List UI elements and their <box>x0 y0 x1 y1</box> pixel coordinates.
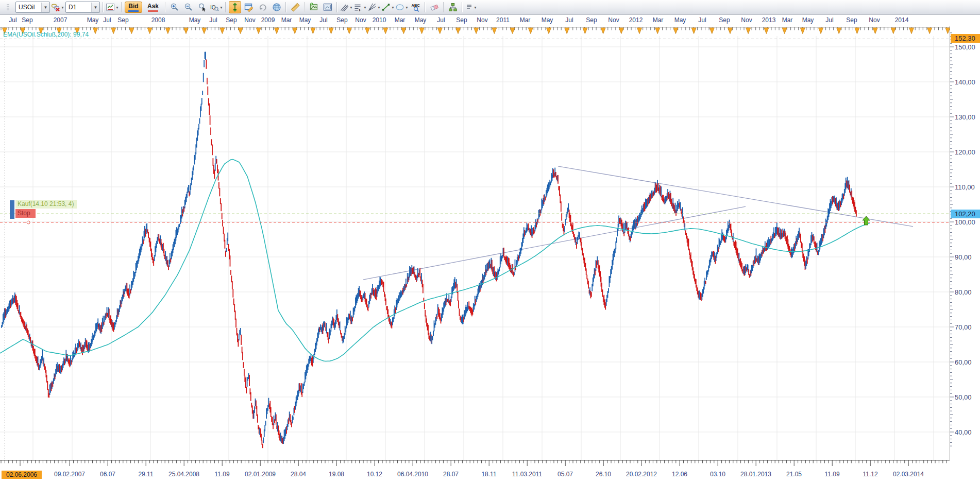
chevron-down-icon[interactable]: ▼ <box>115 6 119 9</box>
zoom-interval-button[interactable]: IQ▼ <box>210 1 223 13</box>
eraser-button[interactable] <box>428 1 441 13</box>
chevron-down-icon[interactable]: ▼ <box>219 6 223 9</box>
top-axis-label: Mar <box>395 16 405 24</box>
top-axis-label: 2014 <box>895 16 909 24</box>
grip-icon <box>5 2 10 12</box>
fibonacci-tool-button[interactable]: F▼ <box>354 1 366 13</box>
list-menu-button[interactable]: ▼ <box>465 1 478 13</box>
bottom-axis-label: 11.09 <box>824 471 839 478</box>
bottom-axis-label: 20.02.2012 <box>626 471 657 478</box>
abc-search-icon: ABC <box>411 3 420 12</box>
top-axis-label: Sep <box>226 16 236 24</box>
chart-canvas[interactable]: EMA(USOil.Schluß,200): 99,74 Kauf(14.10 … <box>0 26 950 460</box>
chevron-down-icon[interactable]: ▼ <box>363 6 367 9</box>
price-tick-label: 40,00 <box>955 428 972 436</box>
zoom-in-button[interactable] <box>168 1 181 13</box>
session-high-marker: 152,30 <box>951 34 980 43</box>
bottom-axis-label: 19.08 <box>329 471 344 478</box>
share-icon <box>258 3 267 12</box>
top-axis-label: Mar <box>653 16 664 24</box>
toolbar-separator <box>425 2 426 12</box>
chevron-down-icon[interactable]: ▼ <box>377 6 381 9</box>
bottom-axis-label: 12.06 <box>672 471 687 478</box>
bottom-axis-label: 02.03.2014 <box>893 471 924 478</box>
object-tree-button[interactable] <box>447 1 459 13</box>
toolbar-separator <box>225 2 226 12</box>
share-chart-button[interactable] <box>257 1 269 13</box>
eraser-icon <box>430 3 439 12</box>
ruler-button[interactable] <box>289 1 301 13</box>
price-tick-label: 100,00 <box>955 218 975 226</box>
timeframe-select[interactable]: D1▼ <box>65 2 100 13</box>
price-tick-label: 110,00 <box>955 183 975 191</box>
chevron-down-icon[interactable]: ▼ <box>349 6 353 9</box>
chevron-down-icon[interactable]: ▼ <box>474 6 477 9</box>
top-axis-label: Mar <box>281 16 292 24</box>
chevron-down-icon[interactable]: ▼ <box>91 3 99 12</box>
pitchfork-tool-button[interactable]: ▼ <box>340 1 352 13</box>
top-axis-label: Nov <box>477 16 487 24</box>
timeframe-select-value: D1 <box>69 4 91 11</box>
zoom-in-icon <box>170 3 179 12</box>
trendline-tool-button[interactable]: ▼ <box>382 1 394 13</box>
cursor-tracking-button[interactable] <box>229 1 241 13</box>
toolbar-separator <box>285 2 286 12</box>
bottom-axis-label: 11.09 <box>214 471 229 478</box>
image-frame-icon <box>323 3 332 12</box>
bottom-axis-label: 06.04.2010 <box>397 471 428 478</box>
price-tick-label: 130,00 <box>955 113 975 121</box>
toolbar-separator <box>165 2 166 12</box>
chevron-down-icon[interactable]: ▼ <box>391 6 395 9</box>
chevron-down-icon[interactable]: ▼ <box>41 3 49 12</box>
price-axis[interactable]: 152,30 102,20 150,00140,00130,00120,0011… <box>950 26 980 460</box>
symbol-select[interactable]: USOil▼ <box>15 2 50 13</box>
bottom-axis-label: 10.12 <box>367 471 382 478</box>
price-tick-label: 90,00 <box>955 253 972 261</box>
chart-type-button[interactable]: ▼ <box>106 1 119 13</box>
bottom-axis-label: 05.07 <box>557 471 573 478</box>
top-axis-label: Nov <box>869 16 880 24</box>
top-axis-label: Mar <box>782 16 793 24</box>
chevron-down-icon[interactable]: ▼ <box>405 6 409 9</box>
top-axis-label: Nov <box>244 16 255 24</box>
ibeam-icon <box>230 3 240 12</box>
bid-toggle[interactable]: Bid <box>125 2 142 13</box>
zoom-out-icon <box>184 3 193 12</box>
bottom-axis-label: 06.07 <box>100 471 115 478</box>
text-label-button[interactable]: ABC <box>410 1 422 13</box>
fan-tool-button[interactable]: ▼ <box>368 1 380 13</box>
top-axis-label: Mar <box>520 16 531 24</box>
top-axis-label: Sep <box>456 16 467 24</box>
top-axis-label: May <box>674 16 686 24</box>
image-frame-button[interactable] <box>322 1 334 13</box>
top-axis-label: Sep <box>719 16 730 24</box>
bottom-time-axis[interactable]: 02.06.200609.02.200706.0729.1125.04.2008… <box>0 460 980 484</box>
fan-lines-icon <box>367 3 377 12</box>
zoom-out-button[interactable] <box>182 1 195 13</box>
bottom-axis-label: 03.10 <box>710 471 725 478</box>
bottom-axis-label: 18.11 <box>481 471 496 478</box>
bottom-axis-label: 26.10 <box>596 471 611 478</box>
web-globe-button[interactable] <box>271 1 283 13</box>
top-axis-label: 2009 <box>261 16 275 24</box>
chevron-down-icon[interactable]: ▼ <box>61 6 64 9</box>
bottom-axis-label: 29.11 <box>138 471 153 478</box>
svg-text:F: F <box>359 8 362 12</box>
unlink-symbol-button[interactable]: ▼ <box>52 1 64 13</box>
buy-order-label[interactable]: Kauf(14.10 21:53, 4) <box>15 200 77 209</box>
bottom-axis-label: 28.04 <box>291 471 306 478</box>
edit-window-button[interactable] <box>243 1 255 13</box>
ask-toggle[interactable]: Ask <box>144 2 162 13</box>
bid-toggle-underline <box>128 10 139 12</box>
top-time-axis[interactable]: JulSep2007MayJulSep2008MayJulSepNov2009M… <box>0 15 980 26</box>
price-chart[interactable] <box>0 26 950 460</box>
top-axis-label: May <box>542 16 553 24</box>
ellipse-tool-button[interactable]: ▼ <box>396 1 408 13</box>
add-image-button[interactable] <box>308 1 320 13</box>
top-axis-label: 2011 <box>496 16 510 24</box>
globe-icon <box>272 3 281 12</box>
window-grip[interactable] <box>2 1 14 13</box>
ask-toggle-underline <box>148 10 158 12</box>
stop-order-label[interactable]: Stop <box>15 209 36 218</box>
zoom-select-button[interactable] <box>196 1 209 13</box>
